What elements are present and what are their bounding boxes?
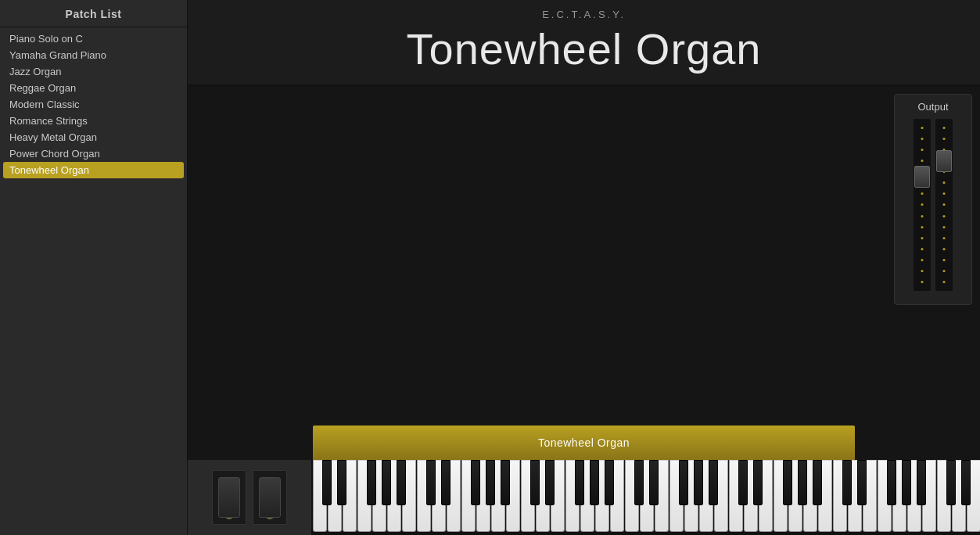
meter-dot (943, 192, 946, 195)
meter-dot (943, 127, 946, 129)
meter-dot (943, 237, 946, 239)
patch-list: Piano Solo on CYamaha Grand PianoJazz Or… (0, 27, 187, 181)
patch-list-title: Patch List (0, 0, 187, 27)
meter-right (935, 119, 953, 291)
meter-dot (943, 259, 946, 261)
meter-dot (921, 237, 924, 239)
meter-dot (943, 226, 946, 228)
black-key[interactable] (322, 460, 332, 505)
meter-dot (921, 192, 924, 195)
black-key[interactable] (501, 460, 510, 505)
black-key[interactable] (426, 460, 436, 505)
black-key[interactable] (753, 460, 763, 505)
meter-dot (943, 215, 946, 217)
meter-right-dots (943, 119, 946, 291)
meter-dot (921, 281, 924, 283)
patch-list-item-reggae-organ[interactable]: Reggae Organ (0, 80, 187, 96)
black-key[interactable] (961, 460, 971, 505)
meter-dot (943, 138, 946, 140)
black-key[interactable] (902, 460, 911, 505)
black-key[interactable] (545, 460, 555, 505)
black-key[interactable] (397, 460, 406, 505)
meter-dot (943, 248, 946, 250)
black-key[interactable] (590, 460, 599, 505)
pedal-left[interactable] (212, 470, 246, 525)
black-key[interactable] (887, 460, 896, 505)
black-key[interactable] (857, 460, 867, 505)
pedal-rocker-left (218, 477, 240, 518)
black-key[interactable] (738, 460, 748, 505)
patch-list-item-jazz-organ[interactable]: Jazz Organ (0, 63, 187, 80)
black-key[interactable] (694, 460, 703, 505)
current-patch-name: Tonewheel Organ (407, 23, 762, 74)
patch-list-item-heavy-metal-organ[interactable]: Heavy Metal Organ (0, 129, 187, 145)
meter-dot (921, 259, 924, 261)
black-key[interactable] (709, 460, 718, 505)
black-key[interactable] (471, 460, 480, 505)
output-panel: Output (894, 94, 972, 305)
header: E.C.T.A.S.Y. Tonewheel Organ (188, 0, 980, 86)
black-key[interactable] (798, 460, 807, 505)
instrument-bar-label: Tonewheel Organ (538, 436, 630, 449)
meter-dot (943, 203, 946, 206)
black-key[interactable] (649, 460, 659, 505)
black-key[interactable] (679, 460, 688, 505)
pedal-rocker-right (259, 477, 281, 518)
patch-list-item-yamaha-grand[interactable]: Yamaha Grand Piano (0, 47, 187, 63)
meter-dot (921, 160, 924, 162)
black-key[interactable] (634, 460, 644, 505)
main-area: E.C.T.A.S.Y. Tonewheel Organ Output (188, 0, 980, 535)
black-key[interactable] (337, 460, 346, 505)
patch-list-item-modern-classic[interactable]: Modern Classic (0, 96, 187, 113)
app-title: E.C.T.A.S.Y. (542, 9, 626, 20)
instrument-bar: Tonewheel Organ (313, 425, 855, 460)
meter-dot (921, 203, 924, 206)
patch-list-item-romance-strings[interactable]: Romance Strings (0, 113, 187, 129)
black-key[interactable] (575, 460, 584, 505)
meter-dot (921, 226, 924, 228)
meter-dot (921, 215, 924, 217)
pedal-right[interactable] (253, 470, 287, 525)
black-key[interactable] (813, 460, 822, 505)
black-key[interactable] (441, 460, 451, 505)
meter-dot (921, 127, 924, 129)
patch-list-item-power-chord-organ[interactable]: Power Chord Organ (0, 145, 187, 162)
meter-left-dots (921, 119, 924, 291)
black-key[interactable] (783, 460, 792, 505)
meter-dot (943, 270, 946, 272)
meter-left (914, 119, 931, 291)
meter-left-fader[interactable] (914, 166, 930, 188)
pedals-area (188, 460, 313, 535)
keyboard-container (188, 460, 980, 535)
black-key[interactable] (486, 460, 495, 505)
meter-dot (943, 181, 946, 184)
output-label: Output (917, 101, 948, 113)
white-keys-row (313, 460, 980, 535)
meter-dot (921, 270, 924, 272)
patch-list-item-tonewheel-organ[interactable]: Tonewheel Organ (3, 162, 184, 178)
black-key[interactable] (842, 460, 852, 505)
black-key[interactable] (367, 460, 376, 505)
patch-list-item-piano-solo[interactable]: Piano Solo on C (0, 31, 187, 47)
meter-dot (921, 138, 924, 140)
keyboard-section: Tonewheel Organ (188, 425, 980, 535)
meter-dot (921, 149, 924, 151)
output-meters (914, 119, 953, 291)
sidebar: Patch List Piano Solo on CYamaha Grand P… (0, 0, 188, 535)
meter-dot (921, 248, 924, 250)
black-key[interactable] (605, 460, 614, 505)
meter-right-fader[interactable] (936, 150, 952, 172)
piano-keys[interactable] (313, 460, 980, 535)
black-key[interactable] (946, 460, 956, 505)
meter-dot (943, 281, 946, 283)
black-key[interactable] (917, 460, 926, 505)
black-key[interactable] (382, 460, 391, 505)
black-key[interactable] (530, 460, 540, 505)
